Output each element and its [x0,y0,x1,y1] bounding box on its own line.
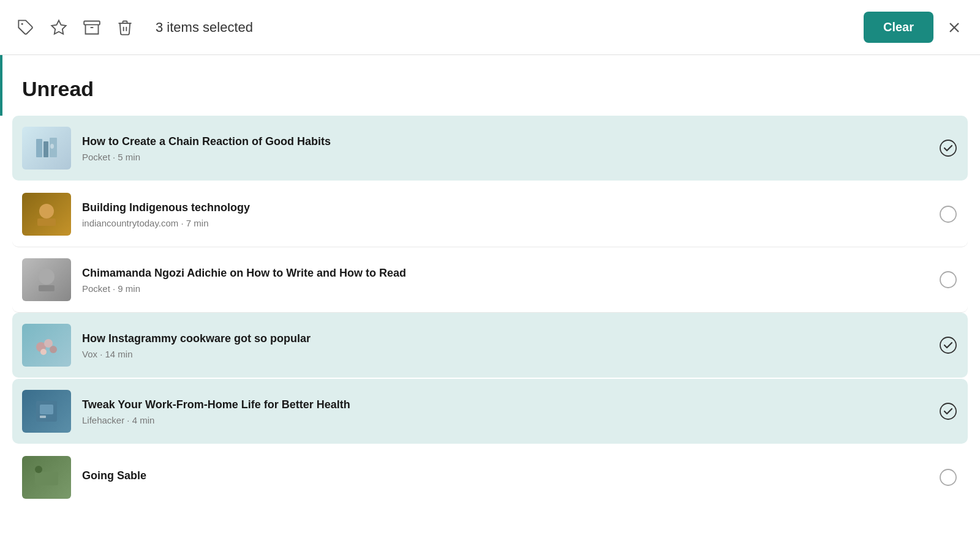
archive-icon[interactable] [81,17,103,39]
section-heading: Unread [0,55,980,116]
svg-point-16 [940,272,956,288]
article-thumbnail [22,456,71,499]
article-meta: indiancountrytoday.com · 7 min [82,218,927,228]
svg-rect-7 [43,141,48,157]
svg-rect-6 [36,139,42,157]
article-content: Going Sable [82,468,927,486]
article-content: How to Create a Chain Reaction of Good H… [82,134,927,162]
article-meta: Pocket · 5 min [82,152,927,162]
close-button[interactable] [943,17,965,39]
article-meta: Vox · 14 min [82,349,927,359]
article-select-checkbox[interactable] [938,270,958,289]
article-item[interactable]: How Instagrammy cookware got so popularV… [12,313,968,378]
article-select-checkbox[interactable] [938,401,958,421]
article-title: Chimamanda Ngozi Adichie on How to Write… [82,266,927,280]
svg-point-14 [39,269,55,285]
article-thumbnail [22,193,71,236]
svg-point-10 [940,140,956,156]
article-meta: Pocket · 9 min [82,283,927,294]
article-thumbnail [22,324,71,367]
toolbar: 3 items selected Clear [0,0,980,55]
article-title: Building Indigenous technology [82,200,927,215]
svg-rect-26 [35,472,58,485]
article-select-checkbox[interactable] [938,204,958,224]
article-title: How to Create a Chain Reaction of Good H… [82,134,927,149]
svg-rect-2 [84,21,100,24]
article-item[interactable]: How to Create a Chain Reaction of Good H… [12,116,968,181]
article-thumbnail [22,390,71,433]
article-item[interactable]: Tweak Your Work-From-Home Life for Bette… [12,379,968,444]
clear-button[interactable]: Clear [864,12,933,43]
star-icon[interactable] [48,17,70,39]
svg-point-19 [50,346,57,353]
svg-rect-15 [39,285,55,291]
article-title: Going Sable [82,468,927,483]
selected-count-label: 3 items selected [156,20,253,35]
article-item[interactable]: Chimamanda Ngozi Adichie on How to Write… [12,247,968,313]
trash-icon[interactable] [114,17,136,39]
svg-point-27 [35,466,42,473]
svg-point-21 [940,337,956,353]
article-title: Tweak Your Work-From-Home Life for Bette… [82,397,927,412]
article-item[interactable]: Building Indigenous technologyindiancoun… [12,182,968,247]
svg-rect-23 [40,405,53,414]
svg-marker-1 [51,20,66,34]
svg-point-25 [940,403,956,419]
article-title: How Instagrammy cookware got so popular [82,331,927,346]
toolbar-right-actions: Clear [864,12,965,43]
svg-point-9 [50,144,54,149]
svg-rect-24 [40,416,46,418]
svg-point-13 [940,206,956,222]
toolbar-action-icons [15,17,136,39]
article-item[interactable]: Going Sable [12,445,968,510]
article-content: Building Indigenous technologyindiancoun… [82,200,927,228]
article-select-checkbox[interactable] [938,468,958,487]
svg-point-11 [39,204,54,218]
article-thumbnail [22,258,71,301]
article-thumbnail [22,127,71,170]
svg-point-28 [940,469,956,485]
article-meta: Lifehacker · 4 min [82,415,927,425]
article-list: How to Create a Chain Reaction of Good H… [0,116,980,510]
article-content: How Instagrammy cookware got so popularV… [82,331,927,359]
svg-point-20 [40,349,47,355]
article-content: Chimamanda Ngozi Adichie on How to Write… [82,266,927,294]
article-select-checkbox[interactable] [938,138,958,158]
tag-icon[interactable] [15,17,37,39]
article-select-checkbox[interactable] [938,335,958,355]
article-content: Tweak Your Work-From-Home Life for Bette… [82,397,927,425]
svg-rect-12 [37,218,56,226]
